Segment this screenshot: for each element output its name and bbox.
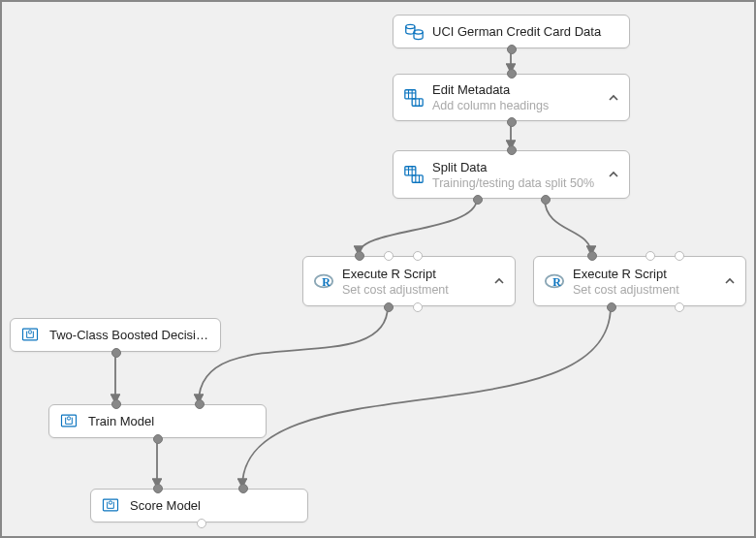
port-in[interactable] bbox=[413, 251, 423, 261]
chevron-up-icon[interactable] bbox=[608, 169, 619, 180]
port-out[interactable] bbox=[384, 302, 394, 312]
chevron-up-icon[interactable] bbox=[608, 92, 619, 104]
node-title: Execute R Script bbox=[342, 267, 505, 281]
svg-rect-15 bbox=[412, 175, 423, 182]
port-in[interactable] bbox=[675, 302, 684, 312]
node-title: Execute R Script bbox=[573, 267, 736, 281]
table-columns-icon bbox=[403, 164, 425, 185]
svg-point-2 bbox=[406, 24, 415, 28]
svg-rect-11 bbox=[405, 167, 416, 175]
node-execute-r-script[interactable]: R Execute R Script Set cost adjustment bbox=[302, 256, 516, 306]
model-icon bbox=[20, 325, 42, 346]
port-in[interactable] bbox=[507, 145, 517, 155]
model-icon bbox=[59, 411, 80, 432]
chevron-up-icon[interactable] bbox=[724, 275, 736, 287]
node-subtitle: Add column headings bbox=[432, 99, 619, 112]
node-title: UCI German Credit Card Data bbox=[432, 24, 619, 39]
port-in[interactable] bbox=[153, 484, 163, 493]
port-out[interactable] bbox=[607, 302, 616, 312]
svg-text:R: R bbox=[322, 275, 331, 289]
port-out[interactable] bbox=[153, 434, 163, 444]
port-out[interactable] bbox=[197, 519, 206, 528]
node-two-class-boosted-decision[interactable]: Two-Class Boosted Decision... bbox=[10, 318, 221, 352]
svg-point-27 bbox=[109, 500, 111, 503]
svg-rect-8 bbox=[412, 98, 423, 105]
node-subtitle: Set cost adjustment bbox=[573, 283, 736, 297]
node-title: Split Data bbox=[432, 160, 619, 174]
port-in[interactable] bbox=[111, 399, 121, 409]
node-subtitle: Set cost adjustment bbox=[342, 283, 505, 297]
port-in[interactable] bbox=[675, 251, 684, 261]
node-title: Two-Class Boosted Decision... bbox=[49, 328, 210, 342]
port-in[interactable] bbox=[195, 399, 205, 409]
port-out[interactable] bbox=[541, 195, 551, 205]
port-in[interactable] bbox=[355, 251, 364, 261]
node-execute-r-script[interactable]: R Execute R Script Set cost adjustment bbox=[533, 256, 746, 306]
port-in[interactable] bbox=[238, 484, 248, 493]
svg-point-23 bbox=[28, 330, 31, 332]
svg-text:R: R bbox=[552, 275, 561, 289]
r-logo-icon: R bbox=[544, 270, 565, 292]
node-dataset[interactable]: UCI German Credit Card Data bbox=[393, 15, 630, 48]
port-in[interactable] bbox=[587, 251, 597, 261]
r-logo-icon: R bbox=[313, 270, 334, 292]
port-out[interactable] bbox=[473, 195, 483, 205]
model-icon bbox=[101, 495, 122, 517]
port-in[interactable] bbox=[507, 69, 517, 79]
node-split-data[interactable]: Split Data Training/testing data split 5… bbox=[393, 150, 630, 199]
node-title: Score Model bbox=[130, 498, 298, 513]
node-title: Edit Metadata bbox=[432, 82, 619, 97]
node-train-model[interactable]: Train Model bbox=[48, 404, 267, 438]
dataset-icon bbox=[403, 21, 425, 43]
port-out[interactable] bbox=[507, 45, 517, 54]
port-in[interactable] bbox=[413, 302, 423, 312]
port-in[interactable] bbox=[646, 251, 655, 261]
node-title: Train Model bbox=[88, 414, 256, 428]
port-in[interactable] bbox=[384, 251, 394, 261]
port-out[interactable] bbox=[507, 117, 517, 127]
node-edit-metadata[interactable]: Edit Metadata Add column headings bbox=[393, 74, 630, 121]
node-subtitle: Training/testing data split 50% bbox=[432, 176, 619, 190]
port-out[interactable] bbox=[111, 348, 121, 358]
table-columns-icon bbox=[403, 87, 425, 109]
svg-point-25 bbox=[67, 416, 70, 419]
node-score-model[interactable]: Score Model bbox=[90, 489, 308, 522]
svg-rect-4 bbox=[405, 89, 416, 98]
chevron-up-icon[interactable] bbox=[493, 275, 505, 287]
